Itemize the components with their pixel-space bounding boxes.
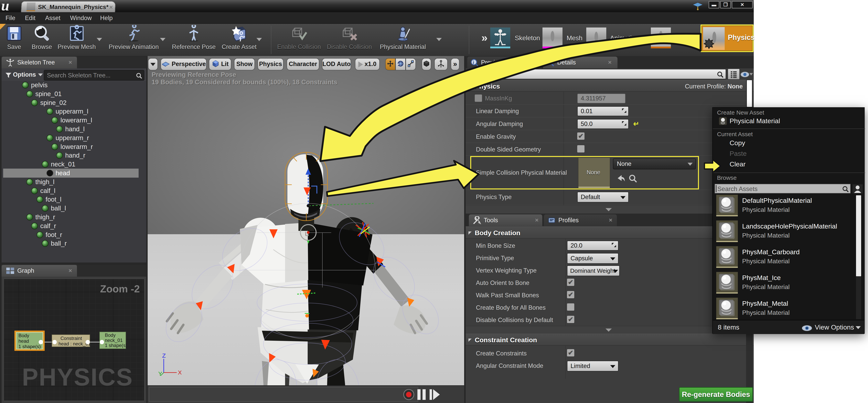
svg-text:X: X bbox=[178, 369, 181, 376]
svg-text:Body: Body bbox=[105, 333, 116, 338]
svg-text:Y: Y bbox=[158, 370, 162, 377]
svg-text:neck_01: neck_01 bbox=[105, 338, 123, 343]
svg-text:1 shape(s): 1 shape(s) bbox=[105, 343, 127, 348]
svg-text:Constraint: Constraint bbox=[60, 336, 82, 341]
svg-text:Z: Z bbox=[162, 354, 166, 359]
svg-text:head: head bbox=[19, 338, 29, 344]
svg-text:1 shape(s): 1 shape(s) bbox=[19, 344, 41, 349]
svg-text:Body: Body bbox=[19, 333, 29, 338]
svg-text:i: i bbox=[473, 60, 474, 65]
